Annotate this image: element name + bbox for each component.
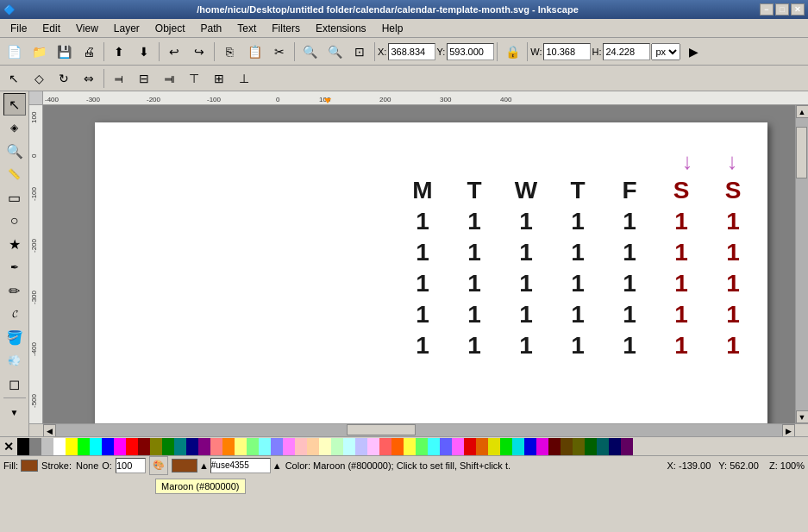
color-icon-button[interactable]: 🎨 <box>149 456 168 475</box>
select-tool[interactable]: ↖ <box>2 67 26 90</box>
path-tool-btn[interactable]: ✒ <box>3 256 26 279</box>
canvas-area[interactable]: ↓ ↓ M T W T F S S <box>43 105 795 423</box>
circle-tool-btn[interactable]: ○ <box>3 210 26 232</box>
node-edit-btn[interactable]: ◈ <box>3 116 26 139</box>
measure-tool-btn[interactable]: 📏 <box>3 163 26 185</box>
save-button[interactable]: 💾 <box>52 41 76 63</box>
align-center-v[interactable]: ⊞ <box>207 67 231 90</box>
color-swatch-24[interactable] <box>307 438 319 455</box>
vscroll-down-btn[interactable]: ▼ <box>796 410 809 423</box>
align-top[interactable]: ⊤ <box>182 67 206 90</box>
flip-h-tool[interactable]: ⇔ <box>77 67 101 90</box>
zoom-tool-btn[interactable]: 🔍 <box>3 140 26 162</box>
redo-button[interactable]: ↪ <box>187 41 211 63</box>
menu-extensions[interactable]: Extensions <box>309 21 373 36</box>
current-color-box[interactable] <box>172 459 197 473</box>
color-swatch-20[interactable] <box>259 438 271 455</box>
color-swatch-39[interactable] <box>488 438 500 455</box>
export-button[interactable]: ⬇ <box>132 41 156 63</box>
color-swatch-5[interactable] <box>78 438 90 455</box>
color-swatch-38[interactable] <box>476 438 488 455</box>
unit-select[interactable]: px <box>651 43 680 60</box>
color-swatch-6[interactable] <box>90 438 102 455</box>
color-swatch-47[interactable] <box>585 438 597 455</box>
color-swatch-26[interactable] <box>331 438 343 455</box>
lock-button[interactable]: 🔒 <box>500 41 524 63</box>
opacity-input[interactable] <box>116 458 146 473</box>
color-swatch-27[interactable] <box>343 438 355 455</box>
menu-file[interactable]: File <box>3 21 34 36</box>
color-swatch-12[interactable] <box>162 438 174 455</box>
rect-tool-btn[interactable]: ▭ <box>3 186 26 209</box>
color-swatch-9[interactable] <box>126 438 138 455</box>
color-swatch-23[interactable] <box>295 438 307 455</box>
color-swatch-48[interactable] <box>597 438 609 455</box>
color-swatch-40[interactable] <box>500 438 512 455</box>
hscroll-left-btn[interactable]: ◀ <box>43 424 56 436</box>
vscroll-up-btn[interactable]: ▲ <box>796 105 809 118</box>
color-swatch-28[interactable] <box>355 438 367 455</box>
close-button[interactable]: ✕ <box>791 3 805 16</box>
color-swatch-49[interactable] <box>609 438 621 455</box>
color-swatch-13[interactable] <box>174 438 186 455</box>
spray-tool-btn[interactable]: 💨 <box>3 349 26 372</box>
vertical-scrollbar[interactable]: ▲ ▼ <box>795 105 808 423</box>
color-swatch-11[interactable] <box>150 438 162 455</box>
zoom-fit-button[interactable]: ⊡ <box>348 41 372 63</box>
calligraphy-btn[interactable]: 𝓒 <box>3 303 26 325</box>
no-color-button[interactable]: ✕ <box>0 438 17 455</box>
color-swatch-16[interactable] <box>210 438 222 455</box>
color-swatch-19[interactable] <box>247 438 259 455</box>
color-swatch-44[interactable] <box>548 438 561 455</box>
color-swatch-41[interactable] <box>512 438 524 455</box>
vscroll-thumb[interactable] <box>796 127 807 178</box>
eraser-tool-btn[interactable]: ◻ <box>3 372 26 395</box>
x-input[interactable] <box>388 43 435 60</box>
color-swatch-32[interactable] <box>404 438 416 455</box>
color-swatch-10[interactable] <box>138 438 150 455</box>
node-tool[interactable]: ◇ <box>27 67 51 90</box>
cut-button[interactable]: ✂ <box>267 41 291 63</box>
menu-text[interactable]: Text <box>230 21 263 36</box>
more-tools-button[interactable]: ▶ <box>681 41 705 63</box>
expand-tool-btn[interactable]: ▼ <box>3 401 26 423</box>
w-input[interactable] <box>543 43 591 60</box>
open-button[interactable]: 📁 <box>27 41 51 63</box>
minimize-button[interactable]: − <box>760 3 774 16</box>
h-input[interactable] <box>603 43 650 60</box>
color-swatch-18[interactable] <box>235 438 247 455</box>
zoom-in-button[interactable]: 🔍 <box>298 41 322 63</box>
color-swatch-0[interactable] <box>17 438 29 455</box>
hscroll-right-btn[interactable]: ▶ <box>782 424 795 436</box>
align-right[interactable]: ⫥ <box>157 67 181 90</box>
align-left[interactable]: ⫤ <box>107 67 131 90</box>
menu-filters[interactable]: Filters <box>265 21 307 36</box>
align-bottom[interactable]: ⊥ <box>232 67 256 90</box>
color-swatch-37[interactable] <box>464 438 476 455</box>
fill-color-box[interactable] <box>21 460 38 472</box>
menu-edit[interactable]: Edit <box>35 21 67 36</box>
color-swatch-34[interactable] <box>428 438 440 455</box>
color-swatch-4[interactable] <box>66 438 78 455</box>
color-swatch-2[interactable] <box>41 438 53 455</box>
menu-path[interactable]: Path <box>194 21 229 36</box>
menu-help[interactable]: Help <box>375 21 410 36</box>
menu-layer[interactable]: Layer <box>107 21 147 36</box>
color-swatch-15[interactable] <box>198 438 210 455</box>
menu-view[interactable]: View <box>69 21 105 36</box>
color-swatch-29[interactable] <box>367 438 379 455</box>
color-swatch-25[interactable] <box>319 438 331 455</box>
selector-tool-btn[interactable]: ↖ <box>3 93 26 116</box>
color-swatch-7[interactable] <box>102 438 114 455</box>
pencil-tool-btn[interactable]: ✏ <box>3 279 26 302</box>
color-swatch-14[interactable] <box>186 438 198 455</box>
color-swatch-35[interactable] <box>440 438 452 455</box>
color-swatch-42[interactable] <box>524 438 536 455</box>
color-swatch-43[interactable] <box>536 438 548 455</box>
zoom-out-button[interactable]: 🔍 <box>323 41 347 63</box>
import-button[interactable]: ⬆ <box>107 41 131 63</box>
align-center-h[interactable]: ⊟ <box>132 67 156 90</box>
maximize-button[interactable]: □ <box>775 3 789 16</box>
new-button[interactable]: 📄 <box>2 41 26 63</box>
color-swatch-31[interactable] <box>391 438 404 455</box>
